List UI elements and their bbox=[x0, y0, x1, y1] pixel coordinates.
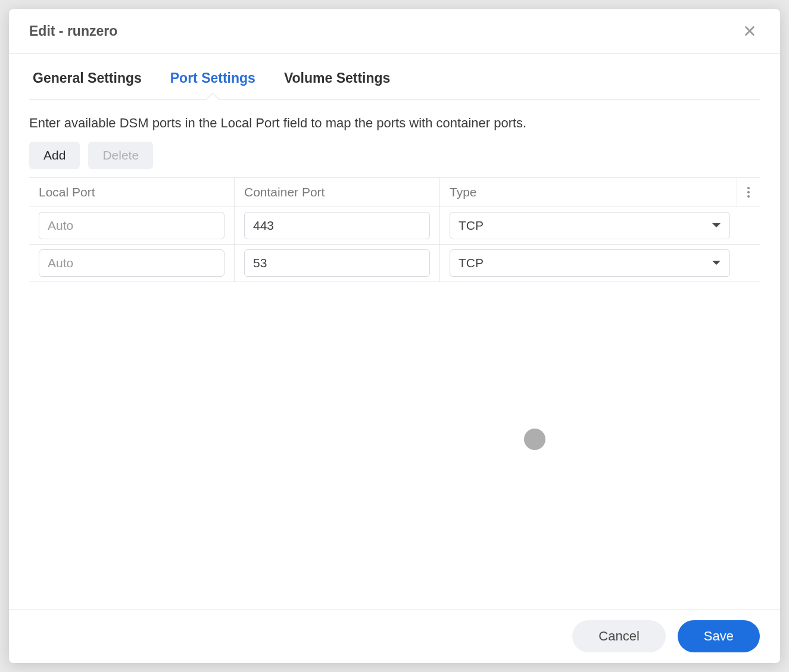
column-header-local-port[interactable]: Local Port bbox=[29, 178, 235, 207]
container-port-input[interactable] bbox=[244, 212, 430, 239]
svg-point-3 bbox=[747, 191, 750, 193]
cancel-button[interactable]: Cancel bbox=[572, 620, 665, 652]
column-header-container-port[interactable]: Container Port bbox=[235, 178, 440, 207]
column-header-type[interactable]: Type bbox=[440, 178, 737, 207]
modal-header: Edit - runzero bbox=[9, 9, 780, 54]
port-mapping-table: Local Port Container Port Type TCP bbox=[29, 177, 760, 282]
add-button[interactable]: Add bbox=[29, 142, 80, 169]
type-select-value: TCP bbox=[459, 218, 484, 233]
table-row: TCP bbox=[29, 245, 760, 282]
close-button[interactable] bbox=[740, 22, 760, 40]
modal-body: General Settings Port Settings Volume Se… bbox=[9, 54, 780, 609]
type-select[interactable]: TCP bbox=[450, 212, 730, 239]
modal-title: Edit - runzero bbox=[29, 23, 117, 39]
table-header-row: Local Port Container Port Type bbox=[29, 178, 760, 207]
container-port-input[interactable] bbox=[244, 249, 430, 277]
svg-point-4 bbox=[747, 195, 750, 198]
more-vertical-icon bbox=[747, 186, 750, 198]
port-settings-description: Enter available DSM ports in the Local P… bbox=[29, 100, 760, 142]
delete-button[interactable]: Delete bbox=[88, 142, 153, 169]
tab-volume-settings[interactable]: Volume Settings bbox=[280, 54, 394, 99]
local-port-input[interactable] bbox=[39, 249, 224, 277]
svg-point-2 bbox=[747, 187, 750, 189]
save-button[interactable]: Save bbox=[678, 620, 760, 652]
edit-dialog: Edit - runzero General Settings Port Set… bbox=[9, 9, 780, 663]
tab-port-settings[interactable]: Port Settings bbox=[167, 54, 259, 99]
chevron-down-icon bbox=[712, 223, 721, 229]
type-select[interactable]: TCP bbox=[450, 249, 730, 277]
tab-bar: General Settings Port Settings Volume Se… bbox=[29, 54, 760, 100]
type-select-value: TCP bbox=[459, 256, 484, 270]
close-icon bbox=[743, 24, 756, 37]
local-port-input[interactable] bbox=[39, 212, 224, 239]
cursor-indicator bbox=[524, 429, 545, 450]
toolbar: Add Delete bbox=[29, 142, 760, 169]
table-row: TCP bbox=[29, 207, 760, 245]
chevron-down-icon bbox=[712, 260, 721, 266]
column-options-button[interactable] bbox=[737, 178, 760, 207]
modal-footer: Cancel Save bbox=[9, 609, 780, 663]
tab-general-settings[interactable]: General Settings bbox=[29, 54, 145, 99]
